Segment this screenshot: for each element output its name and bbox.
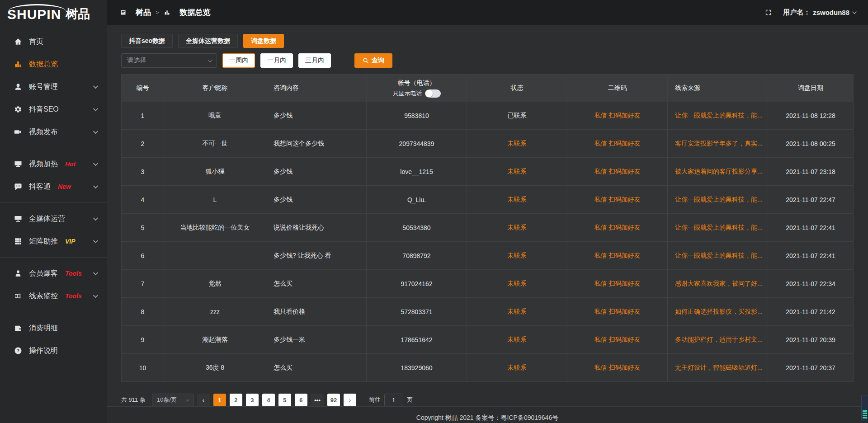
qrcode-link[interactable]: 私信 扫码加好友 — [567, 270, 668, 297]
lead-source-link[interactable]: 让你一眼就爱上的黑科技，能... — [668, 102, 768, 129]
sidebar-item-matrix-boost[interactable]: 矩阵助推VIP — [0, 230, 107, 253]
sidebar-item-lead-monitoring[interactable]: 线索监控Tools — [0, 285, 107, 307]
breadcrumb-separator: > — [156, 9, 159, 16]
prev-page-button[interactable]: ‹ — [197, 394, 210, 406]
page-button-92[interactable]: 92 — [327, 394, 340, 406]
lead-source-link[interactable]: 让你一眼就爱上的黑科技，能... — [668, 214, 768, 241]
table-row: 1036度 8怎么买183929060未联系私信 扫码加好友无主灯设计，智能磁吸… — [122, 353, 853, 381]
cell-inquiry-date: 2021-11-08 00:25 — [768, 130, 853, 157]
sidebar-item-home[interactable]: 首页 — [0, 30, 107, 53]
tab-inquiry-data[interactable]: 询盘数据 — [243, 34, 284, 48]
next-page-button[interactable]: › — [344, 394, 356, 406]
header-number: 编号 — [122, 75, 164, 102]
lead-source-link[interactable]: 如何正确选择投影仪，买投影... — [668, 298, 768, 325]
chevron-down-icon — [852, 9, 857, 14]
search-icon — [363, 57, 369, 64]
qrcode-link[interactable]: 私信 扫码加好友 — [567, 102, 668, 129]
sidebar-item-omnimedia-operation[interactable]: 全媒体运营 — [0, 207, 107, 230]
sidebar-item-video-publish[interactable]: 视频发布 — [0, 121, 107, 143]
sidebar-item-consumption-details[interactable]: 消费明细 — [0, 317, 107, 339]
cell-nickname: 36度 8 — [164, 354, 266, 381]
table-header-row: 编号 客户昵称 咨询内容 帐号（电话） 只显示电话 状态 二维码 线索来源 询盘… — [122, 75, 853, 102]
grid-icon — [14, 237, 23, 246]
cell-inquiry-content: 我想问这个多少钱 — [266, 130, 367, 157]
table-row: 3狐小狸多少钱love__1215未联系私信 扫码加好友被大家追着问的客厅投影分… — [122, 157, 853, 185]
doc-icon — [119, 9, 127, 16]
breadcrumb-home[interactable]: 树品 — [119, 7, 151, 18]
tab-omnimedia-data[interactable]: 全媒体运营数据 — [178, 34, 238, 48]
cell-inquiry-date: 2021-11-07 22:41 — [768, 214, 853, 241]
cell-account: 2097344839 — [367, 130, 467, 157]
lead-source-link[interactable]: 无主灯设计，智能磁吸轨道灯... — [668, 354, 768, 381]
chevron-down-icon — [93, 293, 98, 298]
cell-nickname: 不可一世 — [164, 130, 266, 157]
page-button-2[interactable]: 2 — [230, 394, 242, 406]
screen-icon — [14, 160, 23, 169]
sidebar-item-operation-guide[interactable]: ?操作说明 — [0, 339, 107, 362]
table-row: 1哦章多少钱9583810已联系私信 扫码加好友让你一眼就爱上的黑科技，能...… — [122, 102, 853, 129]
cell-inquiry-content: 多少钱 — [266, 158, 367, 185]
fullscreen-icon[interactable] — [764, 9, 772, 16]
more-pages-button[interactable]: ••• — [311, 394, 324, 406]
chevron-down-icon — [93, 238, 98, 243]
tab-douyin-seo-data[interactable]: 抖音seo数据 — [121, 34, 173, 48]
sliders-icon — [14, 291, 23, 301]
cell-number: 10 — [122, 354, 164, 381]
account-select[interactable]: 请选择 — [121, 53, 217, 68]
sidebar-item-label: 抖客通 — [29, 182, 51, 192]
qrcode-link[interactable]: 私信 扫码加好友 — [567, 354, 668, 381]
goto-label: 前往 — [369, 396, 381, 404]
table-body: 1哦章多少钱9583810已联系私信 扫码加好友让你一眼就爱上的黑科技，能...… — [122, 102, 853, 381]
lead-source-link[interactable]: 让你一眼就爱上的黑科技，能... — [668, 242, 768, 269]
cell-inquiry-content: 多少钱一米 — [266, 326, 367, 353]
qrcode-link[interactable]: 私信 扫码加好友 — [567, 326, 668, 353]
lead-source-link[interactable]: 让你一眼就爱上的黑科技，能... — [668, 186, 768, 213]
cell-nickname: zzz — [164, 298, 266, 325]
status-badge: 未联系 — [467, 242, 567, 269]
header-qrcode: 二维码 — [567, 75, 668, 102]
page-size-value: 10条/页 — [157, 396, 177, 404]
query-button[interactable]: 查询 — [354, 53, 392, 68]
sidebar-item-data-overview[interactable]: 数据总览 — [0, 53, 107, 75]
cell-nickname: 狐小狸 — [164, 158, 266, 185]
lead-source-link[interactable]: 客厅安装投影半年多了，真实... — [668, 130, 768, 157]
sidebar-item-douyin-seo[interactable]: 抖音SEO — [0, 98, 107, 121]
table-row: 5当地比较能吃的一位美女说说价格让我死心50534380未联系私信 扫码加好友让… — [122, 213, 853, 241]
user-icon — [14, 82, 23, 91]
cell-nickname: 觉然 — [164, 270, 266, 297]
corner-chat-widget[interactable] — [861, 395, 868, 421]
sidebar-item-account-management[interactable]: 账号管理 — [0, 75, 107, 98]
sidebar-item-video-heating[interactable]: 视频加热Hot — [0, 153, 107, 175]
chevron-down-icon — [93, 161, 98, 166]
page-button-4[interactable]: 4 — [262, 394, 275, 406]
sidebar-item-badge: Hot — [65, 160, 75, 168]
qrcode-link[interactable]: 私信 扫码加好友 — [567, 130, 668, 157]
qrcode-link[interactable]: 私信 扫码加好友 — [567, 186, 668, 213]
phone-only-toggle[interactable] — [425, 89, 441, 98]
status-badge: 未联系 — [467, 298, 567, 325]
page-button-3[interactable]: 3 — [246, 394, 259, 406]
header-source: 线索来源 — [668, 75, 768, 102]
period-button-week[interactable]: 一周内 — [222, 53, 255, 68]
qrcode-link[interactable]: 私信 扫码加好友 — [567, 242, 668, 269]
goto-page: 前往 页 — [369, 394, 413, 406]
period-button-month[interactable]: 一月内 — [260, 53, 293, 68]
chevron-down-icon — [93, 129, 98, 134]
page-button-5[interactable]: 5 — [278, 394, 291, 406]
page-button-6[interactable]: 6 — [295, 394, 307, 406]
sidebar-item-member-baoke[interactable]: 会员爆客Tools — [0, 262, 107, 285]
qrcode-link[interactable]: 私信 扫码加好友 — [567, 214, 668, 241]
sidebar-item-label: 消费明细 — [29, 324, 58, 333]
qrcode-link[interactable]: 私信 扫码加好友 — [567, 298, 668, 325]
user-dropdown[interactable]: 用户名：zswodun88 — [783, 8, 855, 17]
cell-inquiry-content: 怎么买 — [266, 270, 367, 297]
lead-source-link[interactable]: 多功能护栏灯，适用于乡村文... — [668, 326, 768, 353]
qrcode-link[interactable]: 私信 扫码加好友 — [567, 158, 668, 185]
lead-source-link[interactable]: 感谢大家喜欢我家，被问了好... — [668, 270, 768, 297]
period-button-quarter[interactable]: 三月内 — [298, 53, 331, 68]
sidebar-item-doukertong[interactable]: 抖客通New — [0, 175, 107, 198]
page-size-select[interactable]: 10条/页 — [152, 394, 193, 406]
lead-source-link[interactable]: 被大家追着问的客厅投影分享... — [668, 158, 768, 185]
goto-page-input[interactable] — [384, 394, 403, 406]
page-button-1[interactable]: 1 — [213, 394, 226, 406]
